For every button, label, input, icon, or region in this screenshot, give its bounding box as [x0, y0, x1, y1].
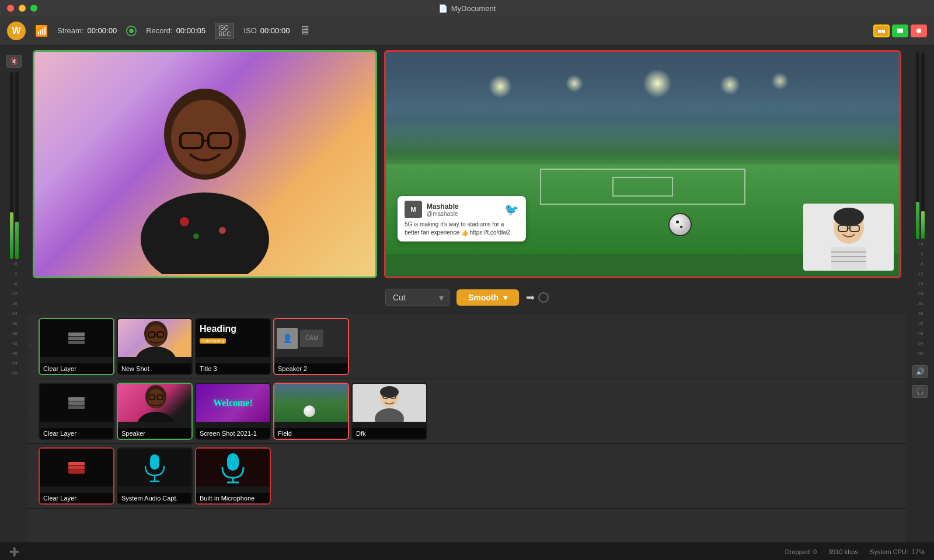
scene-tile-screenshot[interactable]: Welcome! Screen Shot 2021-1 [195, 383, 271, 440]
dropped-value: 0 [813, 548, 817, 555]
layers-icon-svg [66, 328, 87, 349]
view-btn-orange[interactable]: ■■ [873, 24, 890, 37]
close-button[interactable] [7, 5, 14, 12]
right-audio-meter: +6 0 -6 -12 -18 -24 -30 -36 -42 -48 -54 … [906, 46, 934, 542]
person-svg [94, 88, 316, 274]
minimize-button[interactable] [19, 5, 26, 12]
scene-tile-title-3[interactable]: Heading Subheading Title 3 [195, 318, 271, 375]
svg-point-7 [219, 227, 226, 234]
iso-status: ISO 00:00:00 [243, 26, 290, 35]
scene-tile-system-audio[interactable]: System Audio Capt. [117, 447, 193, 505]
scene-tile-new-shot[interactable]: New Shot [117, 318, 193, 375]
db-label-0: 0 [11, 271, 18, 276]
db-label-48: -48 [11, 351, 18, 356]
right-db-54: -54 [916, 341, 923, 346]
cut-dropdown[interactable]: Cut [385, 289, 449, 306]
svg-point-27 [135, 346, 176, 357]
record-status: Record: 00:00:05 [146, 26, 205, 35]
clear-layer-3-label: Clear Layer [40, 493, 113, 503]
svg-point-35 [137, 412, 175, 422]
toolbar: W 📶 Stream: 00:00:00 Record: 00:00:05 IS… [0, 16, 934, 46]
scene-row-1: ⋮⋮ Clear Layer [28, 314, 906, 379]
record-indicator [126, 26, 137, 36]
row-handle-2[interactable]: ⋮⋮ [28, 406, 36, 416]
cpu-value: 17% [912, 548, 925, 555]
dfk-person-svg [366, 384, 413, 422]
scene-tile-field[interactable]: Field [273, 383, 349, 440]
svg-rect-29 [68, 401, 85, 405]
db-label-36: -36 [11, 331, 18, 336]
field-label: Field [274, 428, 348, 439]
svg-point-41 [375, 408, 404, 422]
right-db-12: -12 [916, 271, 923, 276]
db-label-30: -30 [11, 321, 18, 326]
svg-rect-45 [150, 454, 159, 470]
right-db-30: -30 [916, 301, 923, 306]
new-shot-person-svg [118, 319, 191, 357]
svg-rect-48 [227, 453, 239, 471]
svg-point-11 [834, 208, 864, 226]
toolbar-right-buttons: ■■ [873, 24, 927, 37]
transition-arrow-group: ➡ [526, 291, 549, 304]
db-label-54: -54 [11, 360, 18, 366]
svg-rect-42 [68, 470, 85, 474]
app-logo[interactable]: W [7, 22, 26, 40]
smooth-dropdown-arrow: ▾ [503, 293, 507, 302]
scene-row-3: ⋮⋮ Clear Layer [28, 444, 906, 509]
row-handle-3[interactable]: ⋮⋮ [28, 471, 36, 481]
scenes-area: ⋮⋮ Clear Layer [28, 314, 906, 542]
pip-person-svg [808, 205, 890, 270]
db-label-60: -60 [11, 370, 18, 376]
row-handle-1[interactable]: ⋮⋮ [28, 341, 36, 352]
view-btn-green[interactable] [892, 24, 908, 37]
add-scene-button[interactable]: ➕ [9, 547, 19, 556]
speaker-person-svg [118, 384, 191, 422]
speaker-2-label: Speaker 2 [274, 363, 348, 374]
window-title: 📄 MyDocument [438, 4, 496, 13]
pip-overlay [803, 204, 894, 271]
smooth-button[interactable]: Smooth ▾ [456, 289, 519, 306]
svg-point-8 [193, 233, 199, 239]
right-speaker-button[interactable]: 🔊 [912, 365, 928, 378]
db-label-plus6: +6 [11, 261, 18, 267]
left-preview [33, 50, 377, 278]
svg-rect-15 [831, 247, 866, 270]
wifi-icon[interactable]: 📶 [35, 24, 48, 37]
dropped-label: Dropped [785, 548, 810, 555]
scene-tile-speaker[interactable]: Speaker [117, 383, 193, 440]
scene-tile-clear-layer-3[interactable]: Clear Layer [39, 447, 114, 505]
stream-status: Stream: 00:00:00 [57, 26, 117, 35]
layers-icon-3-svg [66, 457, 87, 478]
title-3-label: Title 3 [196, 363, 270, 374]
clear-layer-2-label: Clear Layer [40, 428, 113, 439]
scene-tile-speaker-2[interactable]: 👤 CAM Speaker 2 [273, 318, 349, 375]
right-meter-bar-1 [916, 52, 919, 239]
right-preview: M Mashable @mashable 🐦 5G is making it's… [384, 50, 901, 278]
view-btn-red[interactable] [911, 24, 927, 37]
maximize-button[interactable] [30, 5, 37, 12]
right-db-60: -60 [916, 351, 923, 356]
right-db-24: -24 [916, 291, 923, 296]
scene-tile-clear-layer-1[interactable]: Clear Layer [39, 318, 114, 375]
svg-rect-28 [68, 405, 85, 409]
svg-point-5 [141, 192, 269, 274]
db-label-6: -6 [11, 281, 18, 286]
social-card-overlay: M Mashable @mashable 🐦 5G is making it's… [398, 196, 526, 242]
svg-point-6 [180, 217, 189, 226]
svg-rect-20 [68, 337, 85, 340]
monitor-icon[interactable]: 🖥 [299, 24, 311, 37]
left-meter-bar-1 [10, 72, 13, 259]
db-label-42: -42 [11, 341, 18, 346]
right-db-6: -6 [916, 261, 923, 267]
left-meter-bar-2 [15, 72, 19, 259]
scene-tile-clear-layer-2[interactable]: Clear Layer [39, 383, 114, 440]
right-db-0: 0 [916, 251, 923, 257]
cut-dropdown-wrapper[interactable]: Cut ▾ [385, 289, 449, 306]
left-mute-button[interactable]: 🔇 [6, 55, 22, 68]
right-db-42: -42 [916, 321, 923, 326]
scene-tile-dfk[interactable]: Dfk [351, 383, 427, 440]
scene-tile-builtin-mic[interactable]: Built-in Microphone [195, 447, 271, 505]
right-headphone-button[interactable]: 🎧 [912, 385, 928, 398]
arrow-right-icon: ➡ [526, 291, 535, 304]
db-label-12: -12 [11, 291, 18, 296]
